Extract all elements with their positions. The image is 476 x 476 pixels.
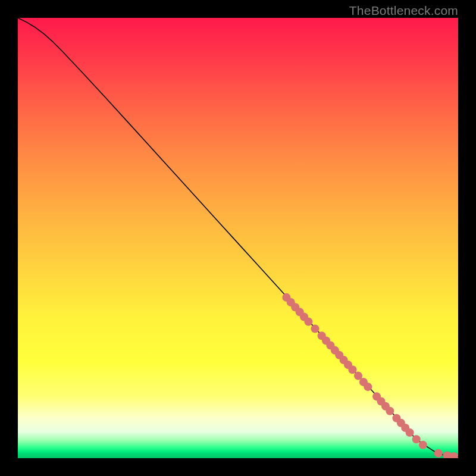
- data-marker: [304, 318, 312, 326]
- data-marker: [434, 449, 443, 458]
- data-marker: [348, 365, 356, 374]
- data-marker: [412, 435, 421, 443]
- data-marker: [419, 441, 427, 449]
- data-marker: [450, 452, 458, 458]
- curve-line: [18, 18, 458, 457]
- data-marker: [364, 383, 372, 391]
- chart-frame: TheBottleneck.com: [0, 0, 476, 476]
- data-marker: [386, 407, 394, 415]
- data-marker: [311, 324, 319, 333]
- curve-markers: [282, 293, 458, 458]
- chart-svg: [18, 18, 458, 458]
- data-marker: [406, 428, 414, 437]
- watermark-text: TheBottleneck.com: [349, 4, 458, 18]
- plot-area: [18, 18, 458, 458]
